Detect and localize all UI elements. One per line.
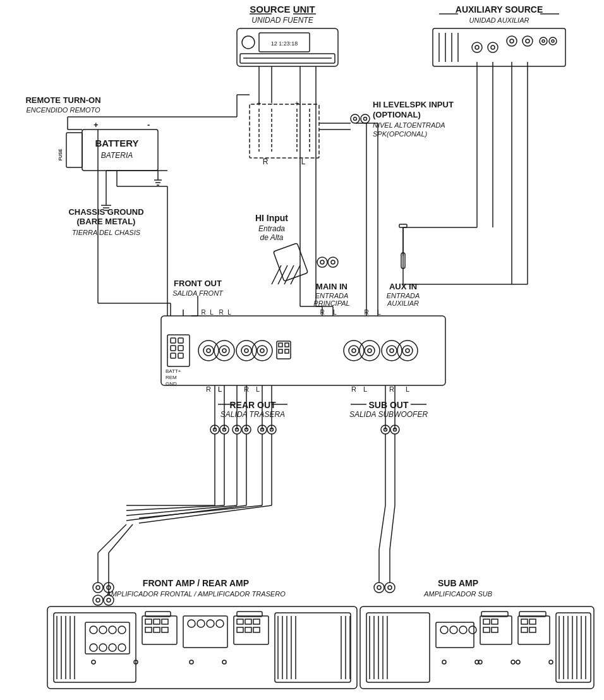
svg-text:ENTRADA: ENTRADA [315, 292, 349, 299]
svg-text:BATTERY: BATTERY [95, 138, 138, 148]
svg-rect-222 [183, 616, 227, 648]
svg-point-15 [472, 42, 482, 52]
main-in-label: MAIN IN [316, 282, 347, 291]
svg-point-106 [252, 341, 272, 361]
svg-rect-111 [285, 343, 289, 347]
svg-point-18 [491, 45, 495, 49]
svg-point-205 [99, 626, 107, 634]
svg-point-282 [516, 660, 520, 664]
svg-text:BATERIA: BATERIA [101, 151, 133, 160]
svg-point-181 [96, 598, 100, 602]
svg-rect-89 [178, 346, 183, 351]
svg-text:R: R [206, 385, 211, 393]
svg-point-20 [510, 39, 514, 43]
svg-rect-203 [85, 622, 130, 654]
sub-out-sublabel: SALIDA SUBWOOFER [349, 410, 428, 419]
svg-rect-65 [274, 243, 308, 282]
rear-out-sublabel: SALIDA TRASERA [220, 410, 285, 419]
svg-point-226 [216, 620, 224, 627]
svg-point-254 [440, 626, 448, 634]
svg-point-176 [93, 582, 103, 593]
svg-rect-87 [178, 338, 183, 343]
svg-point-126 [402, 346, 413, 356]
svg-rect-110 [279, 343, 282, 347]
svg-text:L: L [406, 385, 409, 393]
svg-rect-237 [275, 613, 351, 682]
svg-text:R: R [351, 385, 356, 393]
svg-rect-263 [483, 627, 490, 632]
svg-point-117 [349, 346, 359, 356]
svg-rect-260 [480, 616, 512, 644]
svg-text:L: L [363, 385, 367, 393]
svg-rect-86 [171, 338, 176, 343]
svg-text:L: L [218, 385, 222, 393]
svg-text:(OPTIONAL): (OPTIONAL) [373, 110, 421, 119]
svg-text:(BARE METAL): (BARE METAL) [77, 217, 136, 226]
svg-rect-112 [279, 349, 282, 353]
svg-text:SPK(OPCIONAL): SPK(OPCIONAL) [373, 130, 428, 138]
svg-rect-231 [237, 627, 243, 632]
sub-amp-label: SUB AMP [438, 578, 478, 588]
svg-rect-10 [433, 28, 565, 66]
svg-rect-230 [253, 619, 260, 624]
svg-point-206 [109, 626, 116, 634]
svg-text:L: L [301, 157, 306, 166]
svg-rect-219 [154, 627, 160, 632]
svg-text:de Alta: de Alta [260, 233, 284, 242]
svg-point-123 [387, 346, 397, 356]
svg-rect-247 [366, 613, 430, 682]
svg-point-26 [552, 40, 554, 42]
svg-point-127 [406, 349, 409, 353]
svg-rect-266 [518, 616, 550, 644]
svg-rect-229 [245, 619, 251, 624]
svg-text:REM: REM [166, 375, 177, 380]
svg-point-281 [511, 660, 515, 664]
svg-rect-228 [237, 619, 243, 624]
svg-text:AUXILIAR: AUXILIAR [387, 299, 419, 307]
svg-point-122 [382, 341, 402, 361]
aux-source-label: AUXILIARY SOURCE [456, 4, 543, 15]
svg-point-75 [331, 260, 335, 264]
svg-point-96 [207, 349, 210, 353]
svg-point-104 [241, 346, 251, 356]
svg-text:R: R [201, 309, 205, 316]
remote-turn-on-label: REMOTE TURN-ON [25, 95, 100, 105]
svg-point-180 [93, 595, 103, 605]
svg-text:+: + [94, 120, 99, 130]
front-amp-label: FRONT AMP / REAR AMP [143, 578, 249, 588]
sub-amp-sublabel: AMPLIFICADOR SUB [423, 590, 492, 598]
hi-level-label: HI LEVELSPK INPUT [373, 100, 454, 109]
svg-text:PRINCIPAL: PRINCIPAL [313, 299, 349, 307]
svg-rect-27 [82, 130, 158, 171]
aux-source-sublabel: UNIDAD AUXILIAR [469, 16, 529, 24]
svg-text:+: + [294, 99, 299, 108]
svg-rect-270 [529, 627, 536, 632]
svg-point-19 [507, 36, 517, 46]
svg-line-174 [139, 505, 262, 518]
svg-point-183 [107, 598, 111, 602]
svg-point-209 [99, 644, 107, 651]
svg-text:L: L [256, 385, 260, 393]
svg-rect-216 [154, 619, 160, 624]
svg-point-116 [344, 341, 364, 361]
svg-point-208 [90, 644, 97, 651]
svg-point-258 [442, 660, 446, 664]
svg-text:-: - [147, 120, 150, 130]
svg-text:L: L [333, 309, 337, 316]
svg-point-97 [214, 341, 234, 361]
svg-rect-268 [529, 619, 536, 624]
svg-point-124 [390, 349, 394, 353]
svg-point-211 [118, 644, 126, 651]
svg-point-224 [197, 620, 205, 627]
svg-point-255 [450, 626, 457, 634]
svg-point-212 [92, 660, 95, 664]
svg-text:R: R [320, 309, 324, 316]
svg-point-105 [245, 349, 248, 353]
svg-rect-267 [521, 619, 528, 624]
svg-text:Entrada: Entrada [258, 224, 285, 233]
svg-text:L: L [227, 309, 231, 316]
svg-point-120 [365, 346, 375, 356]
svg-point-73 [320, 260, 324, 264]
svg-rect-269 [521, 627, 528, 632]
svg-point-5 [242, 36, 255, 49]
